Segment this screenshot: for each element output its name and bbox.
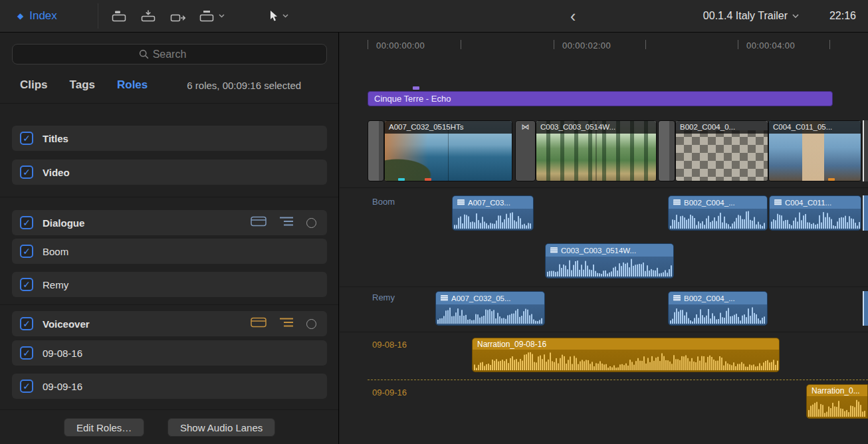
clip-name: C004_C011_05... (769, 121, 861, 134)
timeline: 00:00:00:00 00:00:02:00 00:00:04:00 Cinq… (340, 33, 868, 444)
role-row-video[interactable]: ✓ Video (12, 160, 327, 185)
waveform-thumb-icon (457, 199, 465, 205)
clip-marker (828, 178, 835, 181)
audio-clip-boom-a007[interactable]: A007_C03... (452, 195, 534, 231)
video-clip-c003[interactable]: C003_C003_0514W... (536, 120, 657, 181)
title-clip[interactable]: Cinque Terre - Echo (368, 91, 833, 106)
video-clip-a007[interactable]: A007_C032_0515HTs (384, 120, 512, 181)
collapse-lanes-button[interactable] (251, 317, 267, 330)
ruler-timecode: 00:00:04:00 (746, 41, 795, 51)
role-row-voiceover[interactable]: ✓ Voiceover (12, 311, 327, 336)
divider (0, 103, 338, 104)
check-icon: ✓ (23, 218, 31, 227)
checkbox-remy[interactable]: ✓ (20, 278, 33, 291)
index-tabs: Clips Tags Roles 6 roles, 00:09:16 selec… (20, 75, 326, 95)
project-title-menu[interactable]: 00.1.4 Italy Trailer (703, 0, 799, 32)
clip-edge[interactable] (863, 291, 868, 326)
clip-name: A007_C032_05... (451, 294, 511, 302)
checkbox-dialogue[interactable]: ✓ (20, 216, 33, 229)
ruler-tick (645, 40, 646, 49)
toolbar: ◆ Index ‹ 00.1.4 Italy Trailer (0, 0, 868, 33)
connect-clip-button[interactable] (110, 9, 128, 23)
back-chevron-button[interactable]: ‹ (570, 0, 576, 32)
show-audio-lanes-toggle[interactable] (279, 216, 294, 229)
connect-clip-icon (110, 9, 128, 23)
show-audio-lanes-toggle[interactable] (279, 317, 294, 330)
audio-waveform (473, 350, 779, 370)
overwrite-clip-icon (198, 9, 215, 23)
append-clip-icon (169, 9, 186, 23)
role-row-boom[interactable]: ✓ Boom (12, 239, 327, 264)
index-diamond-icon: ◆ (17, 12, 23, 20)
checkbox-boom[interactable]: ✓ (20, 245, 33, 258)
collapse-lanes-button[interactable] (251, 216, 267, 229)
clip-edge[interactable] (863, 120, 868, 181)
search-field[interactable] (12, 44, 327, 64)
role-row-titles[interactable]: ✓ Titles (12, 126, 327, 151)
focus-role-button[interactable] (306, 218, 316, 228)
checkbox-09-08-16[interactable]: ✓ (20, 346, 33, 360)
role-label: 09-08-16 (43, 348, 82, 359)
audio-clip-boom-b002[interactable]: B002_C004_... (668, 195, 768, 231)
video-clip-b002[interactable]: B002_C004_0... (675, 120, 768, 181)
timecode-display: 22:16 (829, 0, 856, 32)
clip-marker (425, 178, 431, 181)
role-label: Video (43, 167, 70, 178)
clip-name: Narration_0... (812, 386, 860, 395)
title-clip-label: Cinque Terre - Echo (374, 94, 451, 104)
audio-waveform (546, 257, 673, 277)
tab-tags[interactable]: Tags (70, 78, 95, 92)
fcpx-window: ◆ Index ‹ 00.1.4 Italy Trailer (0, 0, 868, 444)
audio-waveform (453, 209, 533, 229)
edit-tools-group (110, 0, 225, 32)
divider (0, 409, 338, 410)
append-clip-button[interactable] (169, 9, 186, 23)
tool-selector-button[interactable] (269, 0, 288, 32)
audio-waveform (436, 304, 544, 324)
chevron-down-icon (219, 14, 225, 18)
check-icon: ✓ (23, 134, 31, 143)
checkbox-voiceover[interactable]: ✓ (20, 317, 33, 330)
ruler-tick (461, 40, 461, 49)
tab-clips[interactable]: Clips (20, 78, 48, 92)
role-row-09-09-16[interactable]: ✓ 09-09-16 (12, 374, 327, 399)
lane-label-remy: Remy (372, 292, 395, 302)
role-row-dialogue[interactable]: ✓ Dialogue (12, 210, 327, 235)
focus-role-button[interactable] (306, 319, 316, 329)
role-row-09-08-16[interactable]: ✓ 09-08-16 (12, 340, 327, 366)
check-icon: ✓ (23, 247, 31, 256)
role-row-remy[interactable]: ✓ Remy (12, 272, 327, 297)
project-title: 00.1.4 Italy Trailer (703, 10, 788, 22)
transition-clip[interactable]: ⋈ (515, 120, 536, 181)
gap-clip[interactable] (368, 120, 384, 181)
audio-clip-boom-c003[interactable]: C003_C003_0514W... (545, 243, 674, 278)
audio-clip-boom-c004[interactable]: C004_C011... (769, 195, 861, 231)
ruler-timecode: 00:00:00:00 (376, 41, 425, 51)
clip-edge[interactable] (863, 195, 868, 231)
clip-name: A007_C03... (468, 199, 510, 207)
search-input[interactable] (13, 45, 326, 64)
timeline-index-panel: Clips Tags Roles 6 roles, 00:09:16 selec… (0, 33, 339, 444)
audio-clip-narration-2[interactable]: Narration_0... (806, 384, 868, 419)
checkbox-titles[interactable]: ✓ (20, 132, 33, 145)
overwrite-clip-button[interactable] (198, 9, 225, 23)
lane-separator (340, 332, 868, 332)
audio-clip-remy-a007[interactable]: A007_C032_05... (435, 291, 545, 326)
toolbar-divider (98, 3, 98, 29)
show-audio-lanes-button[interactable]: Show Audio Lanes (167, 418, 275, 437)
edit-roles-button[interactable]: Edit Roles… (64, 418, 144, 437)
video-clip-c004[interactable]: C004_C011_05... (768, 120, 861, 181)
gap-clip[interactable] (658, 120, 675, 181)
audio-clip-remy-b002[interactable]: B002_C004_... (668, 291, 768, 326)
tab-roles[interactable]: Roles (117, 78, 148, 92)
checkbox-09-09-16[interactable]: ✓ (20, 380, 33, 393)
chevron-down-icon (792, 14, 799, 19)
audio-clip-narration-1[interactable]: Narration_09-08-16 (472, 338, 780, 372)
ruler-tick (738, 40, 738, 49)
lane-label-09-08-16: 09-08-16 (372, 340, 407, 350)
index-toggle-button[interactable]: ◆ Index (17, 0, 57, 32)
insert-clip-button[interactable] (140, 9, 157, 23)
checkbox-video[interactable]: ✓ (20, 166, 33, 179)
insert-clip-icon (140, 9, 157, 23)
clip-name: A007_C032_0515HTs (385, 121, 512, 134)
